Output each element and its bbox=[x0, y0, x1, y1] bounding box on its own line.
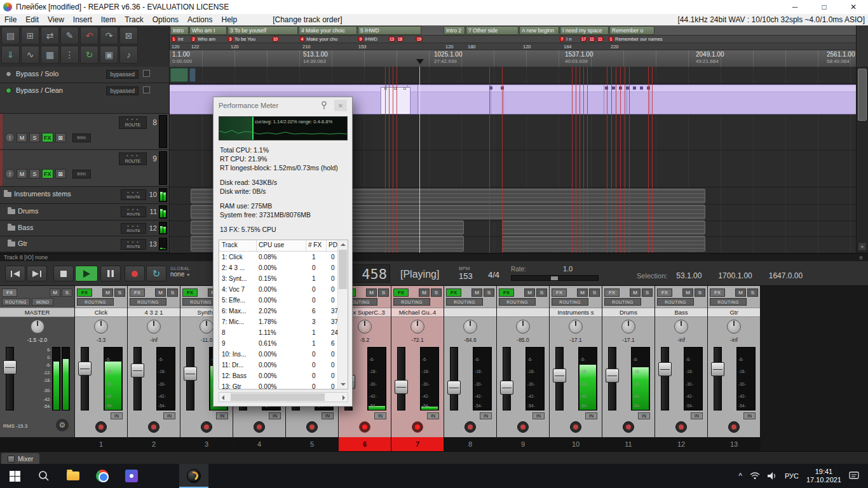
volume-fader[interactable] bbox=[714, 347, 722, 410]
menu-actions[interactable]: Actions bbox=[183, 15, 217, 24]
marker-7[interactable]: 7I n bbox=[559, 36, 571, 42]
pan-knob[interactable] bbox=[727, 320, 741, 334]
input-button[interactable]: IN bbox=[427, 412, 439, 419]
fx-cpu-table[interactable]: TrackCPU use# FXPD 1: Click0.08%102: 4 3… bbox=[219, 240, 348, 390]
midi-item[interactable] bbox=[502, 220, 705, 234]
play-button[interactable] bbox=[75, 266, 98, 281]
route-button[interactable]: ● ● ●ROUTE bbox=[121, 189, 146, 200]
fader-handle[interactable] bbox=[711, 362, 724, 376]
fx-button[interactable]: FX bbox=[499, 288, 514, 297]
input-button[interactable]: IN bbox=[532, 412, 545, 419]
table-horizontal-scrollbar[interactable] bbox=[219, 392, 348, 402]
redo-icon[interactable]: ↷ bbox=[100, 27, 118, 44]
pan-knob[interactable] bbox=[674, 320, 688, 334]
midi-item[interactable] bbox=[502, 236, 705, 252]
fx-button[interactable]: FX bbox=[552, 288, 567, 297]
strip-number[interactable]: 8 bbox=[444, 437, 496, 451]
strip-name[interactable]: Drums bbox=[602, 308, 654, 317]
solo-button[interactable]: S bbox=[695, 288, 705, 297]
strip-number[interactable]: 1 bbox=[75, 437, 127, 451]
pencil-edit-icon[interactable]: ✎ bbox=[60, 27, 79, 44]
mixer-settings-icon[interactable]: ⚙ bbox=[56, 419, 69, 431]
menu-track[interactable]: Track bbox=[120, 15, 148, 24]
record-arm-button[interactable] bbox=[465, 421, 476, 433]
table-vertical-scrollbar[interactable] bbox=[337, 240, 348, 389]
item-group-icon[interactable]: ⊞ bbox=[21, 27, 39, 44]
go-to-end-button[interactable] bbox=[27, 266, 47, 281]
mixer-strip-10[interactable]: FXMSROUTINGInstruments s-17.1-6--18--30-… bbox=[550, 286, 602, 451]
mute-button[interactable]: M bbox=[577, 288, 588, 297]
volume-fader[interactable] bbox=[503, 347, 511, 410]
perf-col-header-fx[interactable]: # FX bbox=[308, 241, 322, 248]
strip-number[interactable]: 9 bbox=[497, 437, 549, 451]
input-button[interactable]: IN bbox=[585, 412, 597, 419]
record-arm-button[interactable] bbox=[570, 421, 581, 433]
volume-fader[interactable] bbox=[450, 347, 458, 410]
scrollbar-thumb[interactable] bbox=[339, 250, 347, 289]
global-automation-selector[interactable]: GLOBAL none▾ bbox=[170, 266, 212, 281]
input-button[interactable]: IN bbox=[691, 412, 703, 419]
volume-fader[interactable] bbox=[81, 347, 89, 410]
region-remember-o[interactable]: Remember o bbox=[609, 26, 654, 35]
selection-start[interactable]: 53.1.00 bbox=[676, 271, 702, 280]
pan-knob[interactable] bbox=[569, 320, 583, 334]
tempo-marker[interactable]: 153 bbox=[358, 44, 367, 50]
volume-icon[interactable] bbox=[768, 472, 777, 480]
pan-knob[interactable] bbox=[31, 320, 44, 334]
menu-edit[interactable]: Edit bbox=[21, 15, 43, 24]
volume-fader[interactable] bbox=[555, 347, 564, 410]
region-who-am-i[interactable]: Who am I bbox=[189, 26, 227, 35]
fader-handle[interactable] bbox=[131, 363, 144, 377]
go-to-start-button[interactable] bbox=[5, 266, 25, 281]
close-icon[interactable]: ✕ bbox=[334, 100, 347, 111]
input-button[interactable]: IN bbox=[374, 412, 386, 419]
region-4-make-your-choic[interactable]: 4 Make your choic bbox=[299, 26, 357, 35]
repeat-toggle-icon[interactable]: ↻ bbox=[80, 46, 98, 64]
input-button[interactable]: IN bbox=[163, 412, 175, 419]
record-arm-button[interactable] bbox=[623, 421, 634, 433]
perf-col-header-pd[interactable]: PD bbox=[329, 241, 337, 248]
scroll-up-icon[interactable] bbox=[341, 243, 346, 246]
mouse-modifier-icon[interactable]: ▦ bbox=[41, 46, 59, 64]
strip-name[interactable] bbox=[497, 308, 549, 317]
fader-handle[interactable] bbox=[658, 362, 672, 376]
mute-button[interactable]: M bbox=[735, 288, 746, 297]
pan-knob[interactable] bbox=[410, 320, 424, 334]
marker-3[interactable]: 3To be You bbox=[227, 36, 255, 42]
track-row-bypass-solo[interactable]: Bypass / Solobypassed bbox=[0, 67, 169, 83]
pan-knob[interactable] bbox=[94, 320, 108, 334]
fx-button[interactable]: FX bbox=[42, 133, 53, 142]
mute-button[interactable]: M bbox=[155, 288, 166, 297]
clock[interactable]: 19:41 17.10.2021 bbox=[806, 468, 841, 484]
strip-name[interactable]: 4 3 2 1 bbox=[128, 308, 180, 317]
grid-settings-icon[interactable]: ⋮ bbox=[60, 46, 79, 64]
folder-icon[interactable] bbox=[8, 226, 15, 231]
mute-button[interactable]: M bbox=[524, 288, 535, 297]
pan-knob[interactable] bbox=[463, 320, 477, 334]
table-header[interactable]: TrackCPU use# FXPD bbox=[219, 240, 348, 252]
routing-button[interactable]: ROUTING bbox=[446, 298, 483, 306]
route-button[interactable]: ● ● ●ROUTE bbox=[119, 152, 147, 165]
marker-lane[interactable]: 1Int2Who am3To be You104Make your cho9IH… bbox=[170, 36, 856, 43]
phase-button[interactable]: ! bbox=[5, 133, 15, 142]
pan-knob[interactable] bbox=[147, 320, 161, 334]
fx-button[interactable]: FX bbox=[182, 288, 198, 297]
region-i-need-my-space[interactable]: I need my space bbox=[560, 26, 609, 35]
tempo-marker[interactable]: 122 bbox=[191, 44, 200, 50]
minimize-button[interactable]: ─ bbox=[780, 0, 810, 14]
pan-knob[interactable] bbox=[516, 320, 530, 334]
selection-display[interactable]: Selection:53.1.001700.1.001647.0.00 bbox=[637, 269, 819, 281]
phase-button[interactable]: ! bbox=[5, 169, 15, 179]
strip-number[interactable]: 4 bbox=[233, 437, 285, 451]
mono-button[interactable]: MONO bbox=[32, 298, 53, 306]
chrome-button[interactable] bbox=[88, 464, 117, 488]
tempo-marker[interactable]: 120 bbox=[231, 44, 239, 50]
menu-insert[interactable]: Insert bbox=[69, 15, 97, 24]
selection-end[interactable]: 1700.1.00 bbox=[718, 271, 752, 280]
track-row-bypass-clean[interactable]: Bypass / Cleanbypassed bbox=[0, 83, 169, 114]
audio-item[interactable] bbox=[189, 68, 196, 82]
bypass-checkbox[interactable] bbox=[143, 70, 150, 77]
tempo-marker[interactable]: 120 bbox=[172, 44, 180, 50]
record-arm-button[interactable] bbox=[148, 421, 159, 433]
bpm-display[interactable]: BPM 153 bbox=[459, 266, 473, 281]
